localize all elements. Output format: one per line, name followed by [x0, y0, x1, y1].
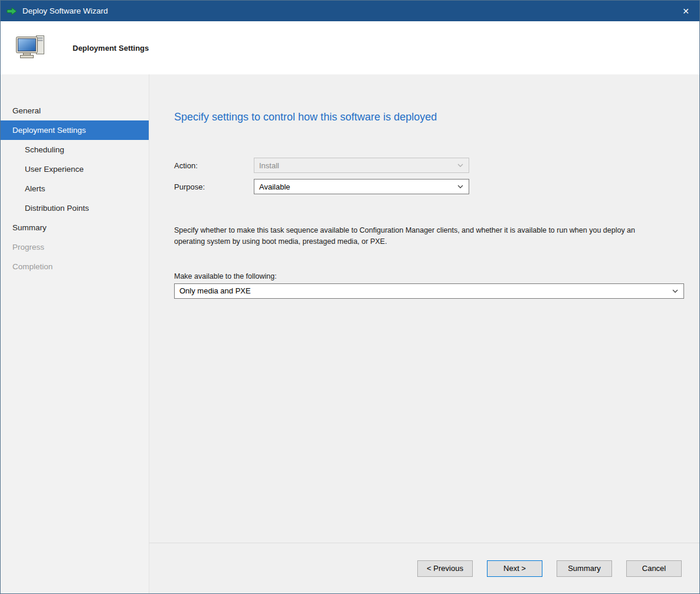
purpose-dropdown[interactable]: Available — [254, 179, 469, 194]
make-available-dropdown[interactable]: Only media and PXE — [174, 283, 684, 299]
make-available-label: Make available to the following: — [174, 272, 684, 280]
computer-icon — [15, 34, 47, 61]
content-heading: Specify settings to control how this sof… — [174, 111, 684, 123]
previous-button[interactable]: < Previous — [417, 560, 473, 577]
deploy-software-wizard-window: Deploy Software Wizard ✕ Depl — [0, 0, 700, 594]
nav-item-completion: Completion — [1, 257, 149, 276]
nav-item-user-experience[interactable]: User Experience — [1, 159, 149, 179]
summary-button[interactable]: Summary — [557, 560, 612, 577]
window-title: Deploy Software Wizard — [22, 6, 672, 15]
next-button[interactable]: Next > — [487, 560, 542, 577]
content-column: Specify settings to control how this sof… — [149, 74, 699, 593]
chevron-down-icon — [452, 158, 469, 172]
nav-item-alerts[interactable]: Alerts — [1, 179, 149, 198]
action-value: Install — [259, 161, 279, 170]
action-dropdown: Install — [254, 158, 469, 173]
wizard-header: Deployment Settings — [1, 21, 699, 74]
cancel-button[interactable]: Cancel — [626, 560, 682, 577]
green-arrow-icon — [6, 7, 17, 15]
nav-item-distribution-points[interactable]: Distribution Points — [1, 198, 149, 218]
make-available-value: Only media and PXE — [179, 286, 251, 295]
chevron-down-icon — [667, 284, 683, 298]
close-icon[interactable]: ✕ — [672, 1, 699, 21]
purpose-label: Purpose: — [174, 182, 254, 191]
nav-item-general[interactable]: General — [1, 101, 149, 120]
wizard-body: General Deployment Settings Scheduling U… — [1, 74, 699, 593]
wizard-footer: < Previous Next > Summary Cancel — [149, 543, 699, 593]
deployment-description: Specify whether to make this task sequen… — [174, 225, 665, 247]
wizard-nav: General Deployment Settings Scheduling U… — [1, 74, 149, 593]
chevron-down-icon — [452, 179, 469, 194]
nav-item-summary[interactable]: Summary — [1, 218, 149, 237]
purpose-value: Available — [259, 182, 290, 191]
purpose-row: Purpose: Available — [174, 179, 684, 194]
nav-item-deployment-settings[interactable]: Deployment Settings — [1, 120, 149, 140]
page-content: Specify settings to control how this sof… — [149, 74, 699, 543]
page-title: Deployment Settings — [73, 44, 149, 53]
nav-item-scheduling[interactable]: Scheduling — [1, 140, 149, 159]
action-row: Action: Install — [174, 158, 684, 173]
nav-item-progress: Progress — [1, 237, 149, 257]
titlebar: Deploy Software Wizard ✕ — [1, 1, 699, 21]
action-label: Action: — [174, 161, 254, 170]
